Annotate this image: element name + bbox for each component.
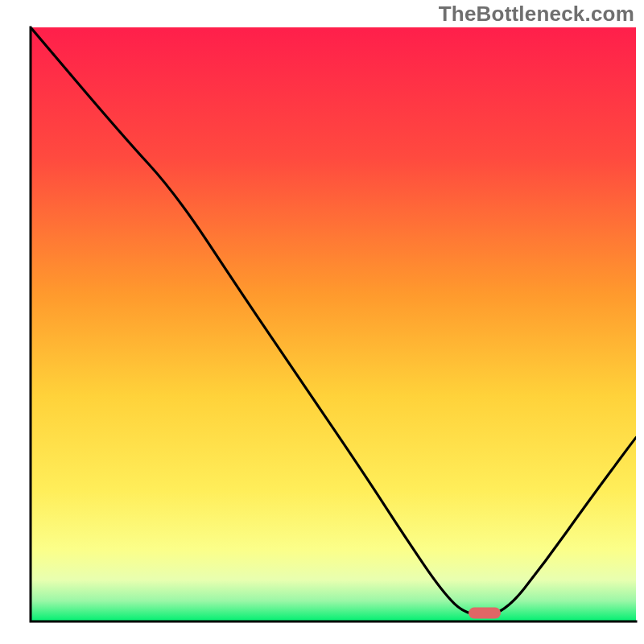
bottleneck-chart <box>0 0 644 644</box>
watermark-text: TheBottleneck.com <box>439 2 634 27</box>
chart-background <box>31 27 636 621</box>
bottleneck-marker <box>469 608 501 619</box>
